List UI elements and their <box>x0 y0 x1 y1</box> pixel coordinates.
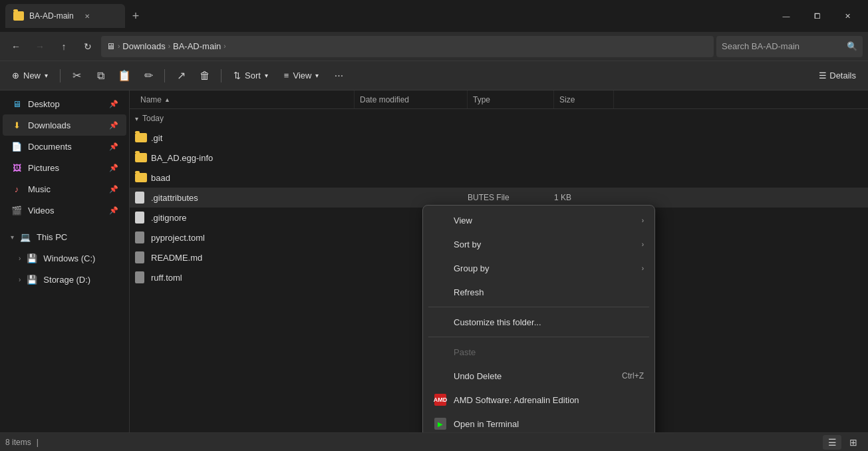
tab-ba-ad-main[interactable]: BA-AD-main ✕ <box>5 4 125 28</box>
rename-button[interactable]: ✏ <box>138 65 159 86</box>
new-tab-button[interactable]: + <box>125 5 146 27</box>
sort-chevron: ▾ <box>265 72 268 79</box>
breadcrumb-chevron-2: › <box>168 43 170 50</box>
toolbar: ⊕ New ▾ ✂ ⧉ 📋 ✏ ↗ 🗑 ⇅ Sort ▾ ≡ View ▾ ··… <box>0 61 868 90</box>
storage-d-icon: 💾 <box>26 273 38 285</box>
videos-icon: 🎬 <box>11 204 23 216</box>
delete-button[interactable]: 🗑 <box>194 65 216 86</box>
file-list-area: Name ▲ Date modified Type Size ▾ Today <box>130 90 868 432</box>
sidebar-item-videos[interactable]: 🎬 Videos 📌 <box>3 200 126 221</box>
forward-button[interactable]: → <box>29 36 51 57</box>
ctx-customize[interactable]: Customize this folder... <box>423 310 654 334</box>
tab-folder-icon <box>13 11 24 21</box>
folder-icon-baad <box>135 173 147 182</box>
grid-view-toggle[interactable]: ⊞ <box>844 435 863 450</box>
breadcrumb-ba-ad-main[interactable]: BA-AD-main <box>173 41 221 51</box>
documents-pin-icon: 📌 <box>109 142 118 151</box>
sidebar-pictures-label: Pictures <box>28 163 104 173</box>
group-label: Today <box>142 114 164 123</box>
file-list-header: Name ▲ Date modified Type Size <box>130 90 868 109</box>
refresh-ctx-icon <box>434 285 447 299</box>
refresh-button[interactable]: ↻ <box>77 36 98 57</box>
view-label: View <box>293 71 311 80</box>
sidebar-storage-d-label: Storage (D:) <box>43 275 118 285</box>
breadcrumb-downloads[interactable]: Downloads <box>122 41 165 51</box>
file-name-gitignore: .gitignore <box>135 208 349 227</box>
view-button[interactable]: ≡ View ▾ <box>277 65 326 86</box>
cut-button[interactable]: ✂ <box>66 65 87 86</box>
sidebar-thispc-label: This PC <box>37 232 118 242</box>
col-header-size[interactable]: Size <box>554 90 614 108</box>
monitor-icon: 🖥 <box>106 41 115 51</box>
desktop-pin-icon: 📌 <box>109 100 118 108</box>
col-header-date[interactable]: Date modified <box>355 90 468 108</box>
view-chevron: ▾ <box>315 72 319 79</box>
status-bar: 8 items | ☰ ⊞ <box>0 432 868 451</box>
minimize-button[interactable]: — <box>771 5 801 27</box>
ctx-sort-by[interactable]: Sort by › <box>423 232 654 256</box>
ctx-terminal[interactable]: ▶ Open in Terminal <box>423 412 654 432</box>
tab-close-button[interactable]: ✕ <box>82 11 92 21</box>
folder-icon-git <box>135 133 147 142</box>
music-pin-icon: 📌 <box>109 185 118 194</box>
up-button[interactable]: ↑ <box>53 36 74 57</box>
main-layout: 🖥 Desktop 📌 ⬇ Downloads 📌 📄 Documents 📌 … <box>0 90 868 432</box>
share-button[interactable]: ↗ <box>170 65 192 86</box>
sidebar-item-documents[interactable]: 📄 Documents 📌 <box>3 136 126 157</box>
copy-button[interactable]: ⧉ <box>90 65 111 86</box>
details-button[interactable]: ☰ Details <box>812 65 863 86</box>
table-row[interactable]: BA_AD.egg-info <box>130 148 868 168</box>
col-header-type[interactable]: Type <box>468 90 554 108</box>
details-label: Details <box>829 71 856 80</box>
sidebar-item-thispc[interactable]: ▾ 💻 This PC <box>3 226 126 247</box>
back-button[interactable]: ← <box>5 36 27 57</box>
file-icon-pyproject <box>135 231 144 243</box>
ctx-refresh[interactable]: Refresh <box>423 280 654 304</box>
sidebar-item-windows-c[interactable]: › 💾 Windows (C:) <box>3 247 126 269</box>
item-count: 8 items <box>5 438 31 447</box>
ctx-undo-delete-label: Undo Delete <box>454 371 615 381</box>
list-view-toggle[interactable]: ☰ <box>823 435 841 450</box>
pictures-pin-icon: 📌 <box>109 164 118 172</box>
view-arrow: › <box>642 217 644 224</box>
table-row[interactable]: baad <box>130 168 868 188</box>
sidebar-item-downloads[interactable]: ⬇ Downloads 📌 <box>3 114 126 136</box>
sidebar-music-label: Music <box>28 184 104 194</box>
sort-button[interactable]: ⇅ Sort ▾ <box>227 65 275 86</box>
file-name-readme: README.md <box>135 247 349 267</box>
paste-button[interactable]: 📋 <box>114 65 135 86</box>
ctx-refresh-label: Refresh <box>454 287 644 297</box>
breadcrumb-bar[interactable]: 🖥 › Downloads › BA-AD-main › <box>101 36 714 57</box>
search-icon: 🔍 <box>847 41 857 51</box>
amd-ctx-icon: AMD <box>434 393 447 406</box>
group-header-today: ▾ Today <box>130 109 868 128</box>
close-window-button[interactable]: ✕ <box>832 5 863 27</box>
sidebar-item-music[interactable]: ♪ Music 📌 <box>3 178 126 200</box>
table-row[interactable]: .git <box>130 128 868 148</box>
sidebar-item-pictures[interactable]: 🖼 Pictures 📌 <box>3 157 126 178</box>
new-button[interactable]: ⊕ New ▾ <box>5 65 55 86</box>
status-bar-right: ☰ ⊞ <box>823 435 863 450</box>
sidebar-documents-label: Documents <box>28 142 104 152</box>
storage-d-chevron: › <box>19 276 21 283</box>
sidebar-item-storage-d[interactable]: › 💾 Storage (D:) <box>3 269 126 290</box>
downloads-pin-icon: 📌 <box>109 121 118 130</box>
ctx-undo-delete[interactable]: Undo Delete Ctrl+Z <box>423 364 654 388</box>
undo-delete-ctx-icon <box>434 369 447 382</box>
ctx-paste[interactable]: Paste <box>423 340 654 364</box>
ctx-view[interactable]: View › <box>423 208 654 232</box>
videos-pin-icon: 📌 <box>109 206 118 215</box>
ctx-amd[interactable]: AMD AMD Software: Adrenalin Edition <box>423 388 654 412</box>
view-icon: ≡ <box>284 71 289 80</box>
view-ctx-icon <box>434 214 447 227</box>
more-button[interactable]: ··· <box>328 65 349 86</box>
search-box[interactable]: Search BA-AD-main 🔍 <box>716 36 863 57</box>
col-header-name[interactable]: Name ▲ <box>135 90 355 108</box>
maximize-button[interactable]: ⧠ <box>801 5 832 27</box>
ctx-group-by[interactable]: Group by › <box>423 256 654 280</box>
file-icon-gitattributes <box>135 192 144 204</box>
toolbar-sep-2 <box>164 69 165 82</box>
new-icon: ⊕ <box>12 71 19 80</box>
sidebar-item-desktop[interactable]: 🖥 Desktop 📌 <box>3 93 126 114</box>
terminal-ctx-icon: ▶ <box>434 417 447 430</box>
